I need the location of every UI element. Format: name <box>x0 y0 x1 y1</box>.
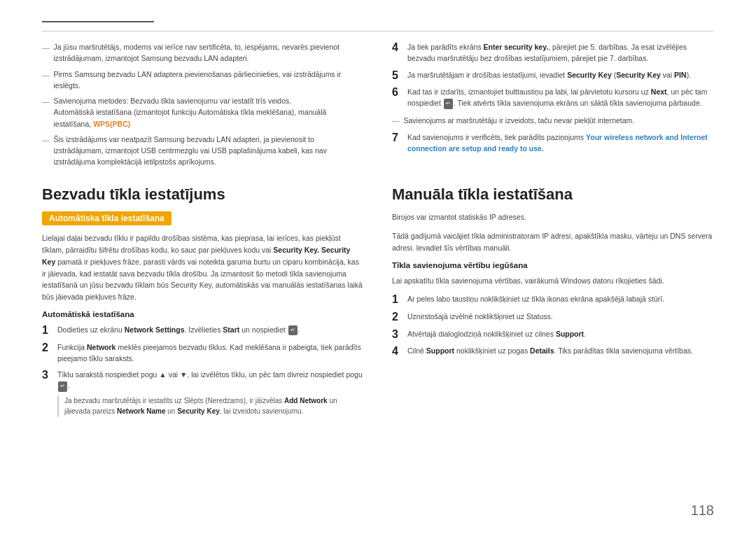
left-step-3: 3 Tīklu sarakstā nospiediet pogu ▲ vai ▼… <box>42 369 364 417</box>
top-step-4: 4 Ja tiek parādīts ekrāns Enter security… <box>392 41 714 64</box>
left-column: Bezvadu tīkla iestatījums Automātiska tī… <box>42 185 364 422</box>
top-text-4: Ja tiek parādīts ekrāns Enter security k… <box>407 41 714 64</box>
dash-3: — <box>42 96 50 107</box>
top-num-5: 5 <box>392 69 402 82</box>
left-step-content-1: Dodieties uz ekrānu Network Settings. Iz… <box>57 324 364 335</box>
top-right-column: 4 Ja tiek parādīts ekrāns Enter security… <box>392 41 714 172</box>
bullet-item-4: — Šis izstrādājums var neatpazīt Samsung… <box>42 134 364 168</box>
auto-setup-heading: Automātiskā iestatīšana <box>42 310 364 318</box>
left-step-num-3: 3 <box>42 369 52 381</box>
bullet-text-3: Savienojuma metodes: Bezvadu tīkla savie… <box>54 95 365 129</box>
left-section-title: Bezvadu tīkla iestatījums <box>42 185 364 205</box>
bullet-item-2: — Pirms Samsung bezvadu LAN adaptera pie… <box>42 69 364 92</box>
enter-icon: ↵ <box>444 99 453 108</box>
auto-badge: Automātiska tīkla iestatīšana <box>42 211 172 225</box>
bullet-item-3: — Savienojuma metodes: Bezvadu tīkla sav… <box>42 95 364 129</box>
top-step-5: 5 Ja maršrutētājam ir drošības iestatīju… <box>392 69 714 82</box>
right-body-3: Lai apskatītu tīkla savienojuma vērtības… <box>392 275 714 287</box>
left-step-2: 2 Funkcija Network meklēs pieejamos bezv… <box>42 342 364 365</box>
step3-sub-bullet: Ja bezvadu maršrutētājs ir iestatīts uz … <box>57 395 364 417</box>
top-left-column: — Ja jūsu maršrutētājs, modems vai ierīc… <box>42 41 364 172</box>
right-step-content-4: Cilnē Support noklikšķiniet uz pogas Det… <box>407 345 714 356</box>
left-steps-list: 1 Dodieties uz ekrānu Network Settings. … <box>42 324 364 417</box>
left-step-content-3: Tīklu sarakstā nospiediet pogu ▲ vai ▼, … <box>57 369 364 417</box>
left-step-num-1: 1 <box>42 324 52 337</box>
bullet-text-1: Ja jūsu maršrutētājs, modems vai ierīce … <box>54 41 365 64</box>
note-text-1: Savienojums ar maršrutētāju ir izveidots… <box>404 115 635 126</box>
bullet-text-4: Šis izstrādājums var neatpazīt Samsung b… <box>54 134 365 168</box>
top-text-5: Ja maršrutētājam ir drošības iestatījumi… <box>407 69 691 82</box>
left-body-text: Lielajai daļai bezvadu tīklu ir papildu … <box>42 232 364 303</box>
right-step-num-4: 4 <box>392 345 402 358</box>
top-step-7: 7 Kad savienojums ir verificēts, tiek pa… <box>392 132 714 155</box>
dash-1: — <box>42 42 50 53</box>
bullet-item-1: — Ja jūsu maršrutētājs, modems vai ierīc… <box>42 41 364 64</box>
right-column: Manuāla tīkla iestatīšana Birojos var iz… <box>392 185 714 422</box>
enter-icon-1: ↵ <box>288 325 298 335</box>
wps-link: WPS(PBC) <box>93 120 130 128</box>
top-rule <box>42 21 154 22</box>
right-step-content-2: Uznirstošajā izvēlnē noklikšķiniet uz St… <box>407 311 714 322</box>
right-step-2: 2 Uznirstošajā izvēlnē noklikšķiniet uz … <box>392 311 714 323</box>
dash-2: — <box>42 69 50 80</box>
top-text-6: Kad tas ir izdarīts, izmantojiet bulttau… <box>407 86 714 109</box>
right-section-title: Manuāla tīkla iestatīšana <box>392 185 714 205</box>
right-step-4: 4 Cilnē Support noklikšķiniet uz pogas D… <box>392 345 714 358</box>
network-values-heading: Tīkla savienojuma vērtību iegūšana <box>392 261 714 269</box>
top-full-rule <box>42 31 714 31</box>
right-step-num-1: 1 <box>392 293 402 306</box>
left-step-1: 1 Dodieties uz ekrānu Network Settings. … <box>42 324 364 337</box>
page-number: 118 <box>691 503 714 519</box>
page-container: — Ja jūsu maršrutētājs, modems vai ierīc… <box>0 0 756 534</box>
enter-icon-2: ↵ <box>58 381 67 391</box>
note-dash-1: — <box>392 115 400 126</box>
right-step-content-3: Atvērtajā dialoglodziņā noklikšķiniet uz… <box>407 328 714 339</box>
top-num-4: 4 <box>392 41 402 64</box>
success-message: Your wireless network and Internet conne… <box>407 133 708 153</box>
right-step-3: 3 Atvērtajā dialoglodziņā noklikšķiniet … <box>392 328 714 341</box>
top-num-6: 6 <box>392 86 402 109</box>
right-body-2: Tādā gadījumā vaicājiet tīkla administra… <box>392 230 714 254</box>
top-num-7: 7 <box>392 132 402 155</box>
top-step-6: 6 Kad tas ir izdarīts, izmantojiet bultt… <box>392 86 714 109</box>
divider-note-1: — Savienojums ar maršrutētāju ir izveido… <box>392 115 714 126</box>
top-section: — Ja jūsu maršrutētājs, modems vai ierīc… <box>42 41 714 172</box>
right-body-1: Birojos var izmantot statiskās IP adrese… <box>392 211 714 223</box>
bullet-text-2: Pirms Samsung bezvadu LAN adaptera pievi… <box>54 69 365 92</box>
left-step-num-2: 2 <box>42 342 52 354</box>
right-steps-list: 1 Ar peles labo taustiņu noklikšķiniet u… <box>392 293 714 357</box>
right-step-num-2: 2 <box>392 311 402 323</box>
right-step-content-1: Ar peles labo taustiņu noklikšķiniet uz … <box>407 293 714 304</box>
right-step-num-3: 3 <box>392 328 402 341</box>
right-step-1: 1 Ar peles labo taustiņu noklikšķiniet u… <box>392 293 714 306</box>
dash-4: — <box>42 134 50 146</box>
main-content: Bezvadu tīkla iestatījums Automātiska tī… <box>42 185 714 422</box>
top-text-7: Kad savienojums ir verificēts, tiek parā… <box>407 132 714 155</box>
left-step-content-2: Funkcija Network meklēs pieejamos bezvad… <box>57 342 364 365</box>
